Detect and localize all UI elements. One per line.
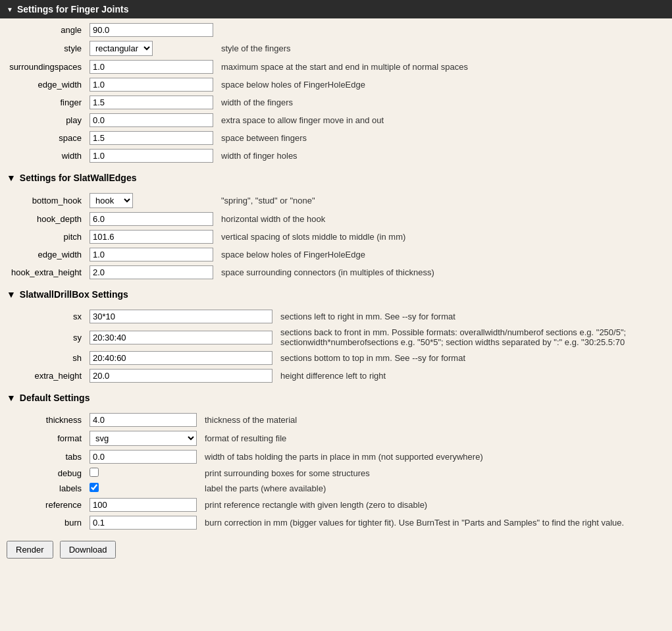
burn-input[interactable]: [90, 516, 197, 530]
format-input-cell: svg pdf dxf: [86, 429, 201, 448]
slatwall-drillbox-header: ▼ SlatwallDrillBox Settings: [0, 284, 672, 305]
reference-input[interactable]: [90, 498, 197, 512]
reference-desc: print reference rectangle with given len…: [201, 496, 672, 514]
table-row: labels label the parts (where available): [0, 481, 672, 496]
table-row: edge_width space below holes of FingerHo…: [0, 76, 672, 94]
default-settings-header: ▼ Default Settings: [0, 387, 672, 408]
extra-height-label: extra_height: [0, 367, 86, 385]
burn-input-cell: [86, 514, 201, 532]
slatwall-edges-title: Settings for SlatWallEdges: [20, 173, 137, 183]
sw-edge-width-input[interactable]: [90, 248, 213, 261]
burn-label: burn: [0, 514, 86, 532]
bottom-hook-select[interactable]: hook spring stud none: [90, 193, 133, 208]
debug-checkbox[interactable]: [90, 468, 99, 477]
table-row: thickness thickness of the material: [0, 411, 672, 429]
style-select[interactable]: rectangular: [90, 41, 153, 56]
table-row: play extra space to allow finger move in…: [0, 111, 672, 129]
sy-label: sy: [0, 325, 86, 349]
sx-label: sx: [0, 308, 86, 325]
sx-desc: sections left to right in mm. See --sy f…: [276, 308, 672, 325]
play-input[interactable]: [90, 113, 213, 127]
finger-joints-toggle-icon[interactable]: ▼: [7, 6, 13, 13]
slatwall-drillbox-toggle-icon[interactable]: ▼: [7, 289, 16, 300]
fj-edge-width-input[interactable]: [90, 78, 213, 92]
labels-input-cell: [86, 481, 201, 496]
slatwall-edges-header: ▼ Settings for SlatWallEdges: [0, 167, 672, 188]
play-input-cell: [86, 111, 217, 129]
table-row: reference print reference rectangle with…: [0, 496, 672, 514]
table-row: bottom_hook hook spring stud none "sprin…: [0, 191, 672, 210]
thickness-label: thickness: [0, 411, 86, 429]
fj-width-input[interactable]: [90, 149, 213, 163]
space-input[interactable]: [90, 131, 213, 145]
fj-edge-width-input-cell: [86, 76, 217, 94]
pitch-desc: vertical spacing of slots middle to midd…: [217, 228, 672, 246]
sh-input[interactable]: [90, 351, 272, 365]
finger-joints-header: ▼ Settings for Finger Joints: [0, 0, 672, 18]
table-row: surroundingspaces maximum space at the s…: [0, 58, 672, 76]
fj-edge-width-desc: space below holes of FingerHoleEdge: [217, 76, 672, 94]
table-row: space space between fingers: [0, 129, 672, 147]
table-row: width width of finger holes: [0, 147, 672, 165]
table-row: edge_width space below holes of FingerHo…: [0, 246, 672, 263]
surroundingspaces-label: surroundingspaces: [0, 58, 86, 76]
default-settings-toggle-icon[interactable]: ▼: [7, 393, 16, 403]
sy-input-cell: [86, 325, 276, 349]
table-row: pitch vertical spacing of slots middle t…: [0, 228, 672, 246]
table-row: sh sections bottom to top in mm. See --s…: [0, 349, 672, 367]
download-button[interactable]: Download: [60, 541, 116, 559]
format-label: format: [0, 429, 86, 448]
hook-depth-input[interactable]: [90, 212, 213, 226]
burn-desc: burn correction in mm (bigger values for…: [201, 514, 672, 532]
table-row: finger width of the fingers: [0, 94, 672, 111]
table-row: extra_height height difference left to r…: [0, 367, 672, 385]
thickness-desc: thickness of the material: [201, 411, 672, 429]
default-settings-title: Default Settings: [20, 393, 90, 403]
sw-edge-width-label: edge_width: [0, 246, 86, 263]
format-select[interactable]: svg pdf dxf: [90, 431, 197, 446]
fj-edge-width-label: edge_width: [0, 76, 86, 94]
bottom-hook-input-cell: hook spring stud none: [86, 191, 217, 210]
slatwall-edges-content: bottom_hook hook spring stud none "sprin…: [0, 188, 672, 284]
pitch-label: pitch: [0, 228, 86, 246]
thickness-input[interactable]: [90, 413, 197, 427]
pitch-input[interactable]: [90, 230, 213, 244]
angle-input-cell: [86, 21, 217, 39]
page-container: ▼ Settings for Finger Joints angle style: [0, 0, 672, 565]
render-button[interactable]: Render: [7, 541, 53, 559]
reference-input-cell: [86, 496, 201, 514]
table-row: burn burn correction in mm (bigger value…: [0, 514, 672, 532]
slatwall-edges-toggle-icon[interactable]: ▼: [7, 173, 16, 183]
play-label: play: [0, 111, 86, 129]
style-input-cell: rectangular: [86, 39, 217, 58]
slatwall-drillbox-title: SlatwallDrillBox Settings: [20, 289, 128, 300]
thickness-input-cell: [86, 411, 201, 429]
labels-checkbox[interactable]: [90, 483, 99, 492]
table-row: hook_extra_height space surrounding conn…: [0, 263, 672, 281]
table-row: debug print surrounding boxes for some s…: [0, 466, 672, 481]
angle-input[interactable]: [90, 23, 213, 37]
angle-label: angle: [0, 21, 86, 39]
sx-input[interactable]: [90, 310, 272, 323]
tabs-input[interactable]: [90, 450, 197, 464]
format-desc: format of resulting file: [201, 429, 672, 448]
surroundingspaces-input[interactable]: [90, 60, 213, 74]
extra-height-input[interactable]: [90, 369, 272, 383]
space-input-cell: [86, 129, 217, 147]
hook-extra-height-desc: space surrounding connectors (in multipl…: [217, 263, 672, 281]
tabs-input-cell: [86, 448, 201, 466]
extra-height-desc: height difference left to right: [276, 367, 672, 385]
hook-extra-height-input[interactable]: [90, 265, 213, 279]
hook-extra-height-label: hook_extra_height: [0, 263, 86, 281]
finger-input[interactable]: [90, 96, 213, 109]
angle-desc: [217, 21, 672, 39]
sx-input-cell: [86, 308, 276, 325]
style-desc: style of the fingers: [217, 39, 672, 58]
sy-input[interactable]: [90, 331, 272, 344]
space-label: space: [0, 129, 86, 147]
hook-depth-desc: horizontal width of the hook: [217, 210, 672, 228]
debug-desc: print surrounding boxes for some structu…: [201, 466, 672, 481]
finger-joints-table: angle style rectangular style of the fin…: [0, 21, 672, 165]
bottom-buttons: Render Download: [0, 534, 672, 565]
debug-input-cell: [86, 466, 201, 481]
